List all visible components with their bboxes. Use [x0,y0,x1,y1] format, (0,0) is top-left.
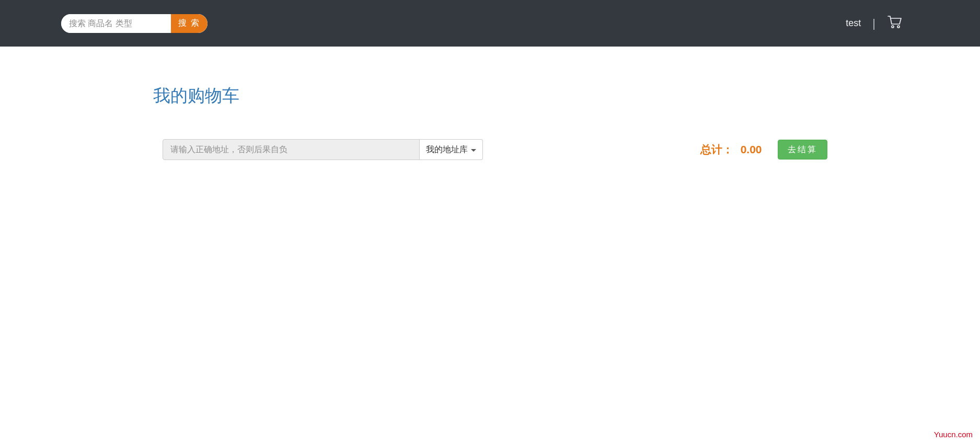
search-wrap: 搜 索 [61,14,207,33]
search-button[interactable]: 搜 索 [171,14,207,33]
total-label: 总计： [700,142,733,157]
address-input[interactable] [163,139,420,160]
action-row: 我的地址库 总计： 0.00 去结算 [153,139,827,160]
address-dropdown[interactable]: 我的地址库 [420,139,483,160]
user-name-link[interactable]: test [846,18,861,29]
cart-icon[interactable] [887,15,902,31]
address-dropdown-label: 我的地址库 [426,144,468,155]
svg-point-0 [892,26,894,28]
main-container: 我的购物车 我的地址库 总计： 0.00 去结算 [137,84,843,160]
total-value: 0.00 [741,143,762,156]
chevron-down-icon [471,149,476,152]
divider: | [872,17,875,30]
header-bar: 搜 索 test | [0,0,980,47]
search-input[interactable] [61,14,171,33]
page-title: 我的购物车 [153,84,827,108]
checkout-button[interactable]: 去结算 [778,140,827,160]
user-area: test | [846,15,964,31]
svg-point-1 [897,26,900,28]
